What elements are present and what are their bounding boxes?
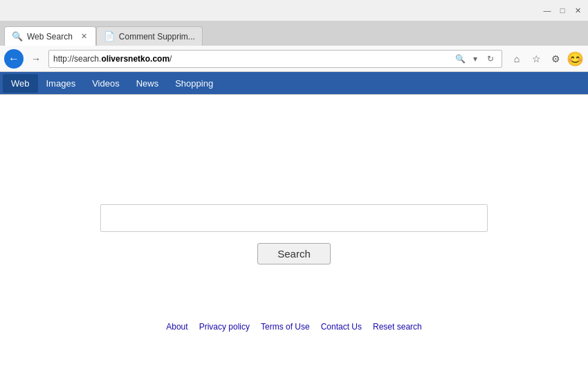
url-box[interactable]: http://search.oliversnetko.com/ 🔍 ▾ ↻ [48, 50, 502, 68]
navtab-news[interactable]: News [128, 74, 167, 93]
home-button[interactable]: ⌂ [508, 50, 526, 68]
url-suffix: / [169, 54, 172, 64]
navtab-web[interactable]: Web [3, 74, 38, 93]
favorites-button[interactable]: ☆ [527, 50, 545, 68]
tab-comment-icon: 📄 [104, 31, 115, 42]
navtab-images[interactable]: Images [38, 74, 84, 93]
navtab-shopping[interactable]: Shopping [167, 74, 221, 93]
minimize-button[interactable]: — [542, 6, 552, 15]
settings-button[interactable]: ⚙ [546, 50, 564, 68]
window-chrome: — □ ✕ 🔍 Web Search ✕ 📄 Comment Supprim..… [0, 0, 588, 95]
tab-comment[interactable]: 📄 Comment Supprim... [96, 26, 203, 46]
navtab-videos[interactable]: Videos [84, 74, 128, 93]
footer-link-about[interactable]: About [166, 322, 187, 332]
tab-bar: 🔍 Web Search ✕ 📄 Comment Supprim... [0, 21, 588, 46]
emoji-button[interactable]: 😊 [566, 50, 584, 68]
url-search-icon[interactable]: 🔍 [453, 52, 467, 66]
search-button[interactable]: Search [257, 243, 331, 264]
nav-tabs: Web Images Videos News Shopping [0, 72, 588, 94]
tab-websearch-label: Web Search [27, 32, 73, 42]
close-button[interactable]: ✕ [573, 6, 582, 15]
footer-link-privacy[interactable]: Privacy policy [199, 322, 250, 332]
footer-link-reset[interactable]: Reset search [373, 322, 422, 332]
window-controls: — □ ✕ [542, 6, 582, 15]
footer-links: About Privacy policy Terms of Use Contac… [0, 322, 588, 332]
search-box-wrapper [100, 204, 488, 232]
url-dropdown-icon[interactable]: ▾ [468, 52, 482, 66]
url-actions: 🔍 ▾ ↻ [453, 52, 497, 66]
tab-websearch-close[interactable]: ✕ [80, 32, 89, 41]
footer-link-terms[interactable]: Terms of Use [261, 322, 310, 332]
url-domain: oliversnetko.com [101, 54, 169, 64]
url-text: http://search.oliversnetko.com/ [53, 54, 450, 64]
back-button[interactable]: ← [4, 49, 24, 69]
toolbar-right: ⌂ ☆ ⚙ 😊 [508, 50, 584, 68]
tab-websearch-icon: 🔍 [12, 31, 23, 42]
maximize-button[interactable]: □ [558, 6, 567, 15]
address-bar: ← → http://search.oliversnetko.com/ 🔍 ▾ … [0, 46, 588, 72]
tab-comment-label: Comment Supprim... [119, 32, 195, 42]
tab-websearch[interactable]: 🔍 Web Search ✕ [4, 26, 96, 46]
page-content: Search [0, 95, 588, 387]
url-prefix: http://search. [53, 54, 101, 64]
footer-link-contact[interactable]: Contact Us [321, 322, 362, 332]
forward-button[interactable]: → [26, 49, 46, 69]
url-refresh-icon[interactable]: ↻ [484, 52, 497, 66]
search-input[interactable] [100, 204, 488, 232]
title-bar: — □ ✕ [0, 0, 588, 21]
